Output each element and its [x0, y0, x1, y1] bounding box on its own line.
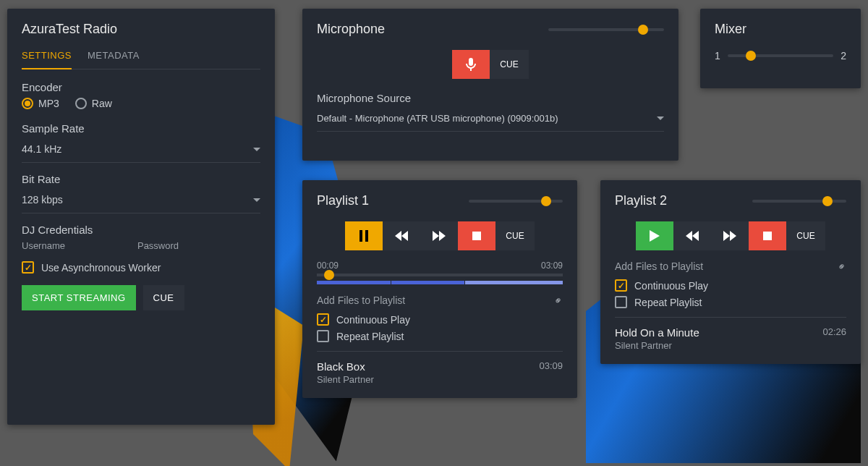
- forward-icon: [433, 231, 446, 241]
- pause-button[interactable]: [345, 221, 383, 250]
- encoder-raw-label: Raw: [92, 98, 112, 109]
- station-cue-button[interactable]: CUE: [143, 285, 184, 310]
- sample-rate-label: Sample Rate: [22, 122, 260, 135]
- rewind-icon: [395, 231, 408, 241]
- playlist-1-title: Playlist 1: [317, 193, 369, 208]
- svg-rect-1: [365, 230, 368, 242]
- continuous-play-checkbox[interactable]: [615, 279, 627, 292]
- bit-rate-label: Bit Rate: [22, 173, 260, 185]
- microphone-source-label: Microphone Source: [317, 92, 664, 104]
- microphone-volume-slider[interactable]: [548, 28, 664, 31]
- slider-thumb[interactable]: [746, 51, 756, 61]
- repeat-playlist-checkbox[interactable]: [317, 330, 329, 342]
- chevron-down-icon: [253, 148, 260, 151]
- rewind-icon: [686, 231, 699, 241]
- slider-thumb[interactable]: [324, 270, 334, 280]
- slider-thumb[interactable]: [822, 196, 833, 206]
- stop-icon: [763, 232, 772, 240]
- elapsed-time: 00:09: [317, 260, 339, 271]
- password-field[interactable]: Password: [137, 240, 179, 251]
- slider-thumb[interactable]: [541, 196, 551, 206]
- play-icon: [650, 230, 660, 242]
- track-artist: Silent Partner: [615, 340, 699, 351]
- microphone-title: Microphone: [317, 22, 385, 37]
- mixer-right-label: 2: [841, 50, 846, 62]
- username-field[interactable]: Username: [22, 240, 65, 251]
- microphone-cue-button[interactable]: CUE: [490, 50, 528, 79]
- attachment-icon[interactable]: ⚭: [835, 259, 849, 274]
- repeat-playlist-checkbox[interactable]: [615, 296, 627, 308]
- chevron-down-icon: [657, 116, 664, 120]
- start-streaming-button[interactable]: START STREAMING: [22, 285, 136, 310]
- track-name: Hold On a Minute: [615, 326, 699, 339]
- attachment-icon[interactable]: ⚭: [551, 293, 566, 308]
- playlist-2-cue-button[interactable]: CUE: [786, 221, 825, 250]
- continuous-play-label: Continuous Play: [634, 280, 708, 292]
- microphone-source-value: Default - Microphone (ATR USB microphone…: [317, 113, 558, 124]
- stop-button[interactable]: [749, 221, 786, 250]
- microphone-toggle-button[interactable]: [452, 50, 490, 79]
- async-worker-label: Use Asynchronous Worker: [41, 262, 161, 274]
- progress-bar: [317, 281, 563, 284]
- encoder-mp3-label: MP3: [38, 98, 59, 109]
- mixer-card: Mixer 1 2: [700, 9, 861, 88]
- continuous-play-checkbox[interactable]: [317, 313, 329, 326]
- playlist-2-volume-slider[interactable]: [752, 200, 846, 203]
- pause-icon: [359, 230, 369, 242]
- bit-rate-value: 128 kbps: [22, 194, 63, 206]
- slider-thumb[interactable]: [638, 25, 648, 35]
- track-name: Black Box: [317, 360, 374, 373]
- play-button[interactable]: [636, 221, 673, 250]
- total-time: 03:09: [541, 260, 563, 271]
- bit-rate-select[interactable]: 128 kbps: [22, 190, 260, 213]
- sample-rate-select[interactable]: 44.1 kHz: [22, 139, 260, 163]
- rewind-button[interactable]: [673, 221, 711, 250]
- station-tabs: SETTINGS METADATA: [22, 46, 260, 69]
- tab-metadata[interactable]: METADATA: [88, 46, 140, 69]
- playlist-1-card: Playlist 1 CUE 00:09 03:09 Add Files to …: [302, 180, 577, 398]
- microphone-card: Microphone CUE Microphone Source Default…: [302, 9, 678, 161]
- svg-rect-3: [763, 232, 772, 240]
- playlist-1-volume-slider[interactable]: [469, 200, 563, 203]
- mixer-title: Mixer: [715, 22, 846, 37]
- track-artist: Silent Partner: [317, 374, 374, 385]
- encoder-raw-radio[interactable]: Raw: [75, 98, 112, 109]
- station-card: AzuraTest Radio SETTINGS METADATA Encode…: [7, 9, 275, 425]
- continuous-play-label: Continuous Play: [336, 314, 410, 326]
- playlist-2-card: Playlist 2 CUE Add Files to Playlist ⚭ C…: [600, 180, 861, 364]
- add-files-label[interactable]: Add Files to Playlist: [317, 295, 405, 306]
- sample-rate-value: 44.1 kHz: [22, 143, 61, 155]
- seek-slider[interactable]: [317, 274, 563, 276]
- dj-credentials-label: DJ Credentials: [22, 224, 260, 236]
- repeat-playlist-label: Repeat Playlist: [634, 297, 702, 308]
- svg-rect-2: [472, 232, 481, 240]
- tab-settings[interactable]: SETTINGS: [22, 46, 72, 69]
- mixer-left-label: 1: [715, 50, 720, 62]
- encoder-mp3-radio[interactable]: MP3: [22, 98, 59, 109]
- svg-rect-0: [359, 230, 362, 242]
- playlist-1-cue-button[interactable]: CUE: [495, 221, 534, 250]
- add-files-label[interactable]: Add Files to Playlist: [615, 260, 703, 272]
- station-title: AzuraTest Radio: [22, 22, 260, 37]
- stop-button[interactable]: [458, 221, 495, 250]
- async-worker-checkbox[interactable]: [22, 261, 34, 274]
- mixer-slider[interactable]: [728, 54, 833, 57]
- rewind-button[interactable]: [383, 221, 420, 250]
- forward-icon: [723, 231, 736, 241]
- track-duration: 03:09: [539, 360, 563, 371]
- forward-button[interactable]: [711, 221, 749, 250]
- forward-button[interactable]: [420, 221, 458, 250]
- playlist-2-title: Playlist 2: [615, 193, 667, 208]
- microphone-icon: [465, 58, 477, 71]
- chevron-down-icon: [253, 198, 260, 202]
- repeat-playlist-label: Repeat Playlist: [336, 331, 404, 342]
- stop-icon: [472, 232, 481, 240]
- encoder-label: Encoder: [22, 81, 260, 93]
- microphone-source-select[interactable]: Default - Microphone (ATR USB microphone…: [317, 109, 664, 132]
- track-duration: 02:26: [822, 326, 846, 337]
